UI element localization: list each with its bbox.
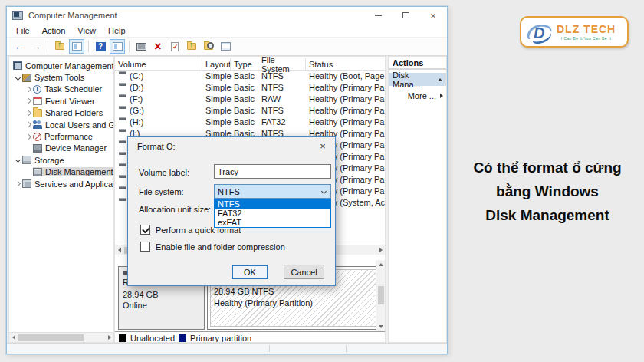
toolbar-separator bbox=[48, 41, 48, 52]
menu-action[interactable]: Action bbox=[36, 26, 72, 35]
option-ntfs[interactable]: NTFS bbox=[215, 199, 330, 209]
tree-item-disk-management[interactable]: Disk Management bbox=[9, 166, 113, 178]
volume-type: Basic bbox=[234, 117, 255, 127]
scroll-right-icon[interactable] bbox=[105, 333, 113, 342]
col-status[interactable]: Status bbox=[305, 58, 385, 71]
delete-button[interactable] bbox=[150, 39, 166, 54]
scroll-up-icon[interactable] bbox=[376, 260, 385, 269]
checkbox-unchecked-icon[interactable] bbox=[140, 242, 150, 252]
volume-row-c[interactable]: (C:) Simple Basic NTFS Healthy (Boot, Pa… bbox=[115, 71, 385, 82]
volume-status: Healthy (Primary Part bbox=[309, 94, 386, 104]
statusbar-separator bbox=[346, 345, 347, 352]
volume-status: Healthy (Primary Part bbox=[309, 117, 386, 127]
export-button[interactable] bbox=[184, 39, 199, 54]
expander-collapsed[interactable] bbox=[24, 87, 33, 91]
close-button[interactable]: × bbox=[419, 7, 447, 24]
menu-view[interactable]: View bbox=[71, 26, 102, 35]
expander-expanded[interactable] bbox=[13, 76, 22, 80]
scroll-left-icon[interactable] bbox=[115, 245, 123, 255]
tree-item-storage[interactable]: Storage bbox=[9, 154, 113, 166]
view-options-button[interactable] bbox=[218, 39, 233, 54]
volume-label-input[interactable] bbox=[214, 164, 331, 179]
checkbox-checked-icon[interactable] bbox=[140, 225, 150, 235]
actions-disk-management-group[interactable]: Disk Mana... bbox=[389, 73, 446, 86]
expander-collapsed[interactable] bbox=[24, 123, 33, 127]
volume-icon bbox=[119, 152, 127, 155]
scroll-thumb[interactable] bbox=[378, 286, 384, 304]
volume-status: Healthy (Boot, Page F bbox=[309, 71, 386, 81]
scroll-right-icon[interactable] bbox=[376, 245, 385, 255]
expander-collapsed[interactable] bbox=[13, 182, 22, 186]
menu-help[interactable]: Help bbox=[102, 26, 132, 35]
show-action-pane-button[interactable] bbox=[110, 39, 125, 54]
ok-button[interactable]: OK bbox=[232, 265, 268, 279]
forward-button[interactable] bbox=[28, 39, 44, 54]
caption-text: Có thể format ổ cứng bằng Windows Disk M… bbox=[455, 156, 639, 227]
option-exfat[interactable]: exFAT bbox=[215, 218, 330, 227]
format-dialog: Format O: × Volume label: File system: N… bbox=[127, 136, 336, 286]
tree-horizontal-scrollbar[interactable] bbox=[9, 332, 113, 342]
file-system-combobox[interactable]: NTFS bbox=[214, 184, 331, 199]
volume-fs: FAT32 bbox=[261, 117, 286, 127]
compression-checkbox-row[interactable]: Enable file and folder compression bbox=[140, 242, 285, 252]
tree-item-computer-management[interactable]: Computer Management (L bbox=[9, 60, 113, 71]
volume-row-g[interactable]: (G:) Simple Basic NTFS Healthy (Primary … bbox=[115, 105, 385, 117]
cancel-button[interactable]: Cancel bbox=[284, 265, 324, 279]
expander-collapsed[interactable] bbox=[24, 99, 33, 103]
tree-item-shared-folders[interactable]: Shared Folders bbox=[9, 107, 113, 119]
tree-item-local-users[interactable]: Local Users and Gro bbox=[9, 119, 113, 130]
col-layout[interactable]: Layout bbox=[202, 58, 230, 71]
dialog-close-button[interactable]: × bbox=[316, 140, 330, 152]
tree-item-device-manager[interactable]: Device Manager bbox=[9, 143, 113, 154]
expander-collapsed[interactable] bbox=[24, 111, 33, 115]
volume-type: Basic bbox=[234, 94, 255, 104]
scroll-left-icon[interactable] bbox=[9, 333, 18, 342]
back-button[interactable] bbox=[12, 39, 27, 54]
maximize-button[interactable] bbox=[392, 7, 419, 24]
up-level-button[interactable] bbox=[52, 39, 67, 54]
expander-collapsed[interactable] bbox=[24, 135, 33, 139]
task-scheduler-icon bbox=[33, 85, 41, 94]
volume-icon bbox=[119, 71, 127, 74]
tree-label: Shared Folders bbox=[45, 108, 103, 117]
tree-item-performance[interactable]: Performance bbox=[9, 130, 113, 142]
volume-fs: RAW bbox=[261, 94, 281, 104]
col-type[interactable]: Type bbox=[230, 58, 258, 71]
scroll-down-icon[interactable] bbox=[376, 322, 385, 331]
partition-legend: Unallocated Primary partition bbox=[115, 331, 385, 343]
tree-label: Event Viewer bbox=[45, 97, 95, 106]
find-button[interactable] bbox=[201, 39, 216, 54]
volume-row-d[interactable]: (D:) Simple Basic NTFS Healthy (Primary … bbox=[115, 82, 385, 94]
menu-file[interactable]: File bbox=[10, 26, 36, 35]
col-volume[interactable]: Volume bbox=[115, 58, 202, 71]
col-file-system[interactable]: File System bbox=[258, 58, 305, 71]
tree-label: Services and Applicatio bbox=[34, 179, 114, 189]
primary-partition-swatch bbox=[179, 334, 186, 342]
titlebar[interactable]: Computer Management × bbox=[7, 7, 447, 24]
scroll-thumb[interactable] bbox=[18, 334, 84, 341]
volume-name: (G:) bbox=[130, 106, 144, 115]
volume-row-h[interactable]: (H:) Simple Basic FAT32 Healthy (Primary… bbox=[115, 117, 385, 128]
option-fat32[interactable]: FAT32 bbox=[215, 209, 330, 218]
disk-vertical-scrollbar[interactable] bbox=[376, 260, 385, 331]
computer-view-button[interactable] bbox=[133, 39, 149, 54]
actions-more[interactable]: More ... bbox=[389, 90, 446, 102]
services-icon bbox=[22, 179, 31, 188]
expander-expanded[interactable] bbox=[13, 158, 22, 162]
tree-label: Computer Management (L bbox=[25, 61, 114, 71]
dlz-tech-logo: D DLZ TECH I Can Be It You Can Be It bbox=[520, 16, 629, 48]
help-button[interactable] bbox=[93, 39, 108, 54]
logo-tagline: I Can Be It You Can Be It bbox=[561, 37, 612, 41]
properties-button[interactable] bbox=[167, 39, 182, 54]
show-console-tree-button[interactable] bbox=[69, 39, 84, 54]
volume-type: Basic bbox=[234, 83, 255, 92]
tree-item-system-tools[interactable]: System Tools bbox=[9, 71, 113, 83]
volume-list-header: Volume Layout Type File System Status bbox=[115, 58, 385, 71]
minimize-button[interactable] bbox=[364, 7, 392, 24]
tree-item-task-scheduler[interactable]: Task Scheduler bbox=[9, 84, 113, 95]
volume-row-f[interactable]: (F:) Simple Basic RAW Healthy (Primary P… bbox=[115, 94, 385, 105]
tree-item-event-viewer[interactable]: Event Viewer bbox=[9, 95, 113, 107]
collapse-icon[interactable] bbox=[438, 78, 442, 81]
volume-type: Basic bbox=[234, 106, 255, 115]
tree-item-services-applications[interactable]: Services and Applicatio bbox=[9, 178, 113, 189]
